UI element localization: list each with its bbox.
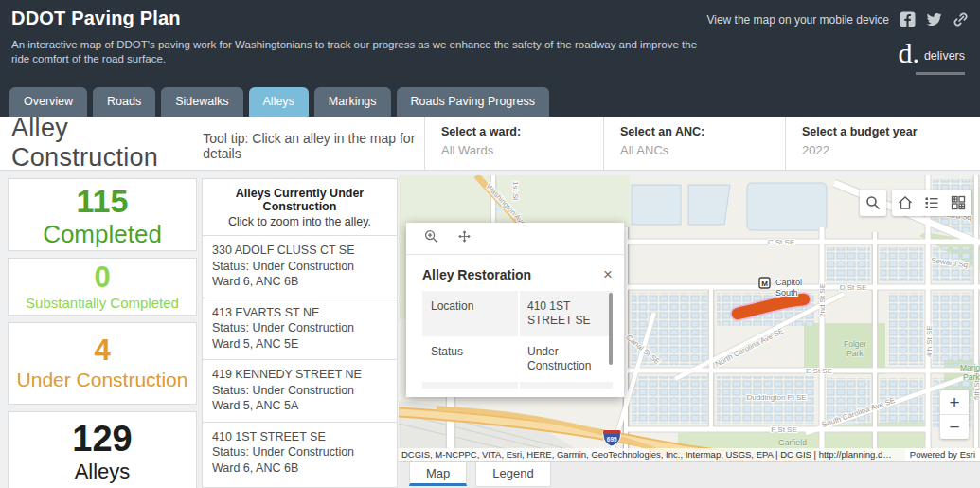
list-item-address: 330 ADOLF CLUSS CT SE (212, 243, 391, 259)
anc-selector[interactable]: Select an ANC: All ANCs (603, 117, 785, 170)
close-icon[interactable]: × (603, 268, 613, 281)
list-item-address: 410 1ST STREET SE (212, 429, 391, 445)
zoom-in-button[interactable]: + (940, 390, 969, 415)
ward-selector[interactable]: Select a ward: All Wards (424, 117, 603, 170)
budget-year-value[interactable]: 2022 (802, 143, 980, 157)
map-container[interactable]: M 695 C St SE D St SE E St SE F St SE Du… (399, 175, 980, 461)
list-item-status: Status: Under Construction (212, 383, 391, 399)
tab-overview[interactable]: Overview (9, 87, 87, 117)
anc-selector-label: Select an ANC: (620, 125, 785, 138)
popup-scrollbar[interactable] (609, 293, 613, 365)
popup-field: Location (422, 291, 518, 336)
list-item[interactable]: 330 ADOLF CLUSS CT SE Status: Under Cons… (203, 235, 397, 298)
tab-alleys[interactable]: Alleys (249, 87, 309, 117)
popup-field: Ward (422, 382, 518, 389)
popup-attribute-table: Location 410 1ST STREET SE Status Under … (422, 291, 613, 389)
tab-roads-paving-progress[interactable]: Roads Paving Progress (397, 87, 549, 117)
budget-year-selector[interactable]: Select a budget year 2022 (785, 117, 980, 170)
list-item[interactable]: 419 KENNEDY STREET NE Status: Under Cons… (203, 359, 397, 422)
page-subtitle: An interactive map of DDOT's paving work… (11, 38, 712, 66)
stat-construction-value: 4 (9, 334, 196, 367)
logo-tagline (916, 72, 965, 75)
stat-total-alleys: 129 Alleys (8, 411, 197, 488)
park-label: Garfield (778, 438, 807, 447)
list-item[interactable]: 410 1ST STREET SE Status: Under Construc… (203, 422, 397, 484)
popup-value: 410 1ST STREET SE (518, 291, 613, 336)
mobile-map-link[interactable]: View the map on your mobile device (706, 13, 889, 27)
popup-row: Status Under Construction (422, 336, 613, 382)
logo-d-glyph: d. (898, 40, 919, 66)
tab-roads[interactable]: Roads (93, 87, 155, 117)
park-label: Park (846, 349, 864, 358)
list-item-status: Status: Under Construction (212, 320, 391, 336)
list-item-ward: Ward 6, ANC 6B (212, 461, 391, 477)
stat-under-construction: 4 Under Construction (8, 322, 197, 405)
ward-selector-value[interactable]: All Wards (441, 143, 603, 157)
logo-delivers-text: delivers (924, 49, 965, 66)
list-item-ward: Ward 5, ANC 5E (212, 336, 391, 352)
main-tab-bar: Overview Roads Sidewalks Alleys Markings… (0, 83, 980, 117)
tab-sidewalks[interactable]: Sidewalks (161, 87, 242, 117)
stat-substantially-completed: 0 Substantially Completed (8, 258, 197, 316)
zoom-out-button[interactable]: − (940, 415, 969, 439)
alley-list-panel: Alleys Currently Under Construction Clic… (202, 178, 398, 488)
popup-row: Location 410 1ST STREET SE (422, 291, 613, 336)
share-link-icon[interactable] (953, 11, 969, 27)
list-item-ward: Ward 5, ANC 5A (212, 398, 391, 414)
map-toolbar (892, 190, 971, 216)
list-item-status: Status: Under Construction (212, 444, 391, 461)
stat-completed-value: 115 (9, 184, 196, 219)
filter-bar: Alley Construction Tool tip: Click an al… (0, 117, 980, 171)
legend-list-icon[interactable] (918, 190, 945, 216)
section-tooltip: Tool tip: Click an alley in the map for … (203, 125, 424, 161)
zoom-to-feature-icon[interactable] (424, 229, 438, 247)
section-title: Alley Construction (11, 114, 195, 172)
list-item-status: Status: Under Construction (212, 259, 391, 275)
street-label: D St SE (840, 283, 866, 292)
popup-toolbar (406, 223, 624, 255)
map-attribution: DCGIS, M-NCPPC, VITA, Esri, HERE, Garmin… (399, 448, 980, 461)
metro-label: South (775, 288, 798, 298)
budget-year-label: Select a budget year (802, 125, 980, 138)
basemap-gallery-icon[interactable] (945, 190, 971, 216)
list-item-address: 419 KENNEDY STREET NE (212, 367, 391, 383)
tab-markings[interactable]: Markings (314, 87, 391, 117)
map-legend-tab-bar: Map Legend (399, 461, 980, 488)
search-icon[interactable] (860, 190, 886, 216)
list-item[interactable]: 413 EVARTS ST NE Status: Under Construct… (203, 298, 397, 360)
page-title: DDOT Paving Plan (11, 8, 181, 29)
street-label: 2nd St SE (818, 283, 827, 317)
facebook-icon[interactable] (900, 11, 916, 27)
map-search-button[interactable] (860, 190, 886, 216)
popup-row: Ward 6 (422, 382, 613, 389)
app-header: DDOT Paving Plan An interactive map of D… (0, 0, 980, 83)
popup-field: Status (422, 336, 518, 382)
twitter-icon[interactable] (926, 11, 942, 27)
stat-substantial-label: Substantially Completed (9, 294, 196, 313)
street-label: 1st St (511, 181, 520, 201)
list-item-ward: Ward 6, ANC 6B (212, 274, 391, 290)
stat-completed-label: Completed (9, 219, 196, 249)
street-label: F St SE (771, 425, 797, 434)
pan-to-feature-icon[interactable] (457, 229, 472, 247)
park-label: Park (963, 372, 980, 382)
tab-map[interactable]: Map (409, 462, 467, 486)
tab-legend[interactable]: Legend (475, 462, 550, 487)
alley-list-title: Alleys Currently Under Construction (203, 179, 397, 213)
park-label: Mario (960, 363, 980, 372)
anc-selector-value[interactable]: All ANCs (620, 143, 785, 157)
dc-delivers-logo: d. delivers (898, 40, 965, 66)
list-item-address: 413 EVARTS ST NE (212, 305, 391, 321)
attribution-sources: DCGIS, M-NCPPC, VITA, Esri, HERE, Garmin… (399, 448, 905, 461)
svg-text:695: 695 (607, 436, 617, 443)
metro-station-icon: M (759, 278, 770, 288)
stat-completed: 115 Completed (8, 178, 197, 251)
metro-label: Capitol (775, 278, 802, 287)
home-icon[interactable] (892, 190, 918, 216)
park-label: Folger (844, 339, 866, 349)
popup-title: Alley Restoration (422, 267, 603, 282)
stat-alleys-label: Alleys (9, 459, 196, 485)
stat-construction-label: Under Construction (9, 367, 196, 392)
popup-value: 6 (518, 382, 613, 389)
street-label: C St SE (768, 238, 794, 246)
